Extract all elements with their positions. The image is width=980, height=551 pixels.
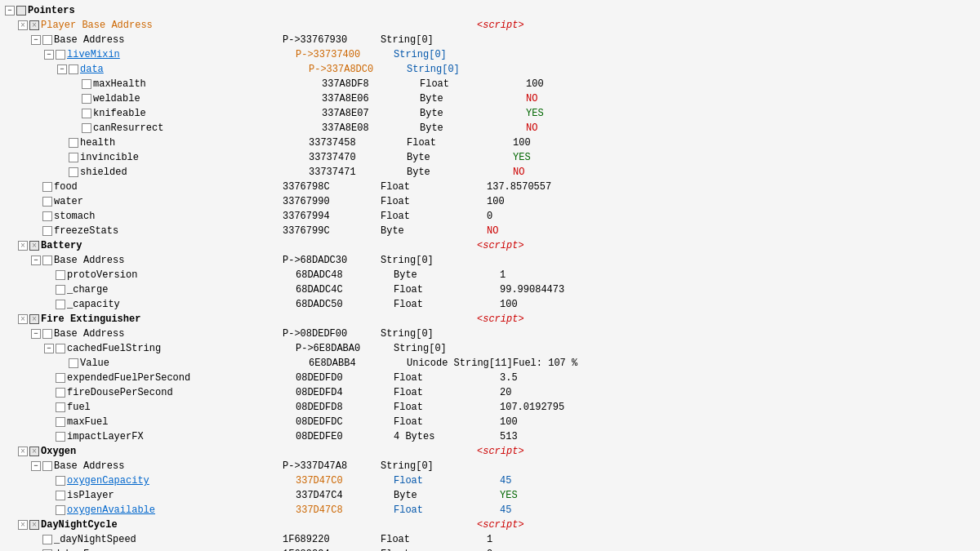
row-checkbox[interactable]	[56, 505, 65, 515]
row-checkbox[interactable]	[82, 79, 91, 89]
row-checkbox[interactable]	[56, 491, 65, 500]
row-name: food	[54, 181, 283, 193]
script-button[interactable]: <script>	[477, 20, 524, 31]
collapse-button[interactable]	[31, 35, 41, 45]
row-type: Float	[394, 284, 500, 295]
row-checkbox[interactable]	[56, 432, 65, 442]
expand-button[interactable]	[18, 241, 28, 251]
collapse-button[interactable]	[31, 329, 41, 339]
row-checkbox[interactable]	[56, 402, 65, 412]
collapse-button[interactable]	[31, 461, 41, 471]
table-row: _dayNightSpeed1F689220Float1	[0, 532, 980, 547]
row-checkbox[interactable]	[82, 94, 91, 104]
row-type: String[0]	[381, 328, 487, 340]
script-button[interactable]: <script>	[477, 240, 524, 251]
row-checkbox[interactable]: ×	[29, 447, 39, 456]
table-row: cachedFuelStringP->6E8DABA0String[0]	[0, 341, 980, 356]
collapse-button[interactable]	[5, 6, 15, 16]
collapse-button[interactable]	[31, 256, 41, 265]
row-address: 33767990	[283, 196, 381, 207]
table-row: invincible33737470ByteYES	[0, 150, 980, 165]
expand-button[interactable]	[18, 314, 28, 324]
row-checkbox[interactable]	[56, 300, 65, 309]
collapse-button[interactable]	[44, 344, 54, 353]
script-button[interactable]: <script>	[477, 313, 524, 325]
row-checkbox[interactable]	[56, 388, 65, 398]
row-name[interactable]: oxygenCapacity	[67, 475, 296, 487]
table-row: ×Battery<script>	[0, 238, 980, 253]
table-row: oxygenAvailable337D47C8Float45	[0, 503, 980, 518]
table-row: fireDousePerSecond08DEDFD4Float20	[0, 385, 980, 400]
table-row: maxFuel08DEDFDCFloat100	[0, 415, 980, 429]
row-type: Byte	[381, 225, 487, 237]
collapse-button[interactable]	[44, 50, 54, 60]
row-checkbox[interactable]	[42, 197, 52, 207]
row-checkbox[interactable]	[69, 153, 78, 162]
row-checkbox[interactable]	[56, 50, 65, 60]
row-checkbox[interactable]	[42, 256, 52, 265]
row-checkbox[interactable]	[56, 373, 65, 383]
row-name: freezeStats	[54, 225, 283, 237]
row-checkbox[interactable]: ×	[29, 314, 39, 324]
row-checkbox[interactable]	[69, 138, 78, 148]
row-address: 68DADC50	[296, 299, 394, 310]
row-address: 68DADC48	[296, 269, 394, 281]
row-name[interactable]: liveMixin	[67, 49, 296, 60]
row-checkbox[interactable]: ×	[29, 241, 39, 251]
row-checkbox[interactable]	[42, 329, 52, 339]
row-address: 337A8E08	[322, 122, 420, 134]
row-name[interactable]: oxygenAvailable	[67, 504, 296, 516]
script-button[interactable]: <script>	[477, 446, 524, 457]
expand-button[interactable]	[18, 520, 28, 530]
table-row: Base AddressP->08DEDF00String[0]	[0, 327, 980, 341]
collapse-button[interactable]	[57, 64, 67, 74]
row-checkbox[interactable]	[69, 64, 78, 74]
row-address: 33737458	[309, 137, 407, 149]
row-name: maxHealth	[93, 78, 322, 90]
row-checkbox[interactable]	[82, 109, 91, 118]
row-type: Float	[394, 402, 500, 413]
row-checkbox[interactable]	[42, 182, 52, 192]
row-checkbox[interactable]	[56, 344, 65, 353]
row-name[interactable]: data	[80, 64, 309, 75]
row-value: 513	[500, 431, 518, 442]
row-checkbox[interactable]	[42, 211, 52, 221]
expand-button[interactable]	[18, 447, 28, 456]
row-checkbox[interactable]	[42, 35, 52, 45]
row-name: Pointers	[28, 5, 256, 16]
row-name: fuel	[67, 402, 296, 413]
row-address: 33737470	[309, 152, 407, 163]
row-checkbox[interactable]	[69, 358, 78, 368]
row-checkbox[interactable]	[82, 123, 91, 133]
row-checkbox[interactable]	[56, 417, 65, 427]
row-checkbox[interactable]	[16, 6, 26, 16]
row-type: Byte	[407, 152, 513, 163]
row-checkbox[interactable]: ×	[29, 520, 39, 530]
row-checkbox[interactable]	[69, 167, 78, 177]
table-row: ×Oxygen<script>	[0, 444, 980, 459]
row-checkbox[interactable]	[56, 270, 65, 280]
row-checkbox[interactable]	[42, 535, 52, 544]
row-value: 100	[487, 196, 505, 207]
table-row: stomach33767994Float0	[0, 209, 980, 224]
row-type: String[0]	[381, 255, 487, 266]
row-address: P->337A8DC0	[309, 64, 407, 75]
row-checkbox[interactable]	[56, 285, 65, 295]
script-button[interactable]: <script>	[477, 519, 524, 531]
row-checkbox[interactable]	[42, 226, 52, 236]
row-name: invincible	[80, 152, 309, 163]
row-checkbox[interactable]: ×	[29, 20, 39, 30]
row-type: Unicode String[11]	[407, 358, 513, 369]
row-address: P->08DEDF00	[283, 328, 381, 340]
table-row: weldable337A8E06ByteNO	[0, 91, 980, 106]
row-checkbox[interactable]	[56, 476, 65, 486]
row-value: NO	[526, 93, 537, 104]
row-type: Float	[381, 534, 487, 545]
row-checkbox[interactable]	[42, 461, 52, 471]
row-type: String[0]	[407, 64, 513, 75]
expand-button[interactable]	[18, 20, 28, 30]
table-row: fuel08DEDFD8Float107.0192795	[0, 400, 980, 415]
row-type: Byte	[394, 490, 500, 501]
row-name: _capacity	[67, 299, 296, 310]
row-address: 33737471	[309, 167, 407, 178]
